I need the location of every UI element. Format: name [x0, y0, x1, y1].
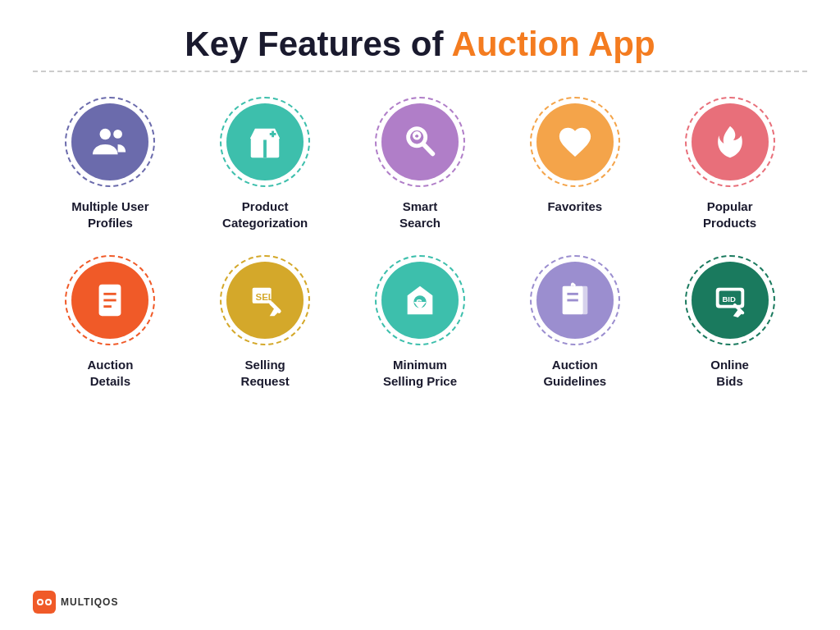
icon-circle-multiple-user-profiles [71, 103, 148, 180]
icon-wrapper-product-categorization [220, 97, 310, 187]
feature-multiple-user-profiles: Multiple User Profiles [40, 97, 180, 231]
icon-wrapper-favorites [530, 97, 620, 187]
icon-circle-minimum-selling-price: $ [381, 262, 459, 339]
icon-circle-auction-guidelines [536, 262, 614, 339]
divider [33, 71, 807, 72]
feature-auction-details: Auction Details [40, 255, 180, 389]
logo-area: MULTIQOS [33, 582, 118, 614]
icon-circle-auction-details [71, 262, 148, 339]
svg-text:BID: BID [722, 294, 736, 304]
feature-label-auction-guidelines: Auction Guidelines [543, 357, 606, 389]
icon-circle-product-categorization [226, 103, 304, 180]
icon-circle-online-bids: BID [692, 262, 769, 339]
icon-circle-favorites [536, 103, 614, 180]
feature-label-selling-request: Selling Request [241, 357, 290, 389]
feature-label-popular-products: Popular Products [703, 199, 756, 231]
feature-selling-request: SELL Selling Request [195, 255, 335, 389]
feature-online-bids: BID Online Bids [660, 255, 800, 389]
feature-row: Multiple User Profiles Product Categoriz… [33, 97, 807, 231]
icon-circle-smart-search [381, 103, 459, 180]
feature-label-smart-search: Smart Search [399, 199, 441, 231]
page-title: Key Features of Auction App [185, 25, 655, 64]
logo-text: MULTIQOS [61, 596, 118, 608]
svg-point-33 [47, 600, 50, 604]
feature-label-favorites: Favorites [547, 199, 602, 215]
svg-point-0 [100, 129, 111, 139]
svg-line-9 [423, 144, 432, 154]
svg-point-32 [39, 600, 42, 604]
svg-rect-29 [33, 591, 56, 614]
icon-wrapper-online-bids: BID [685, 255, 775, 345]
features-grid: Multiple User Profiles Product Categoriz… [33, 97, 807, 389]
feature-label-online-bids: Online Bids [710, 357, 749, 389]
icon-wrapper-auction-guidelines [530, 255, 620, 345]
icon-wrapper-popular-products [685, 97, 775, 187]
feature-auction-guidelines: Auction Guidelines [505, 255, 645, 389]
feature-minimum-selling-price: $ Minimum Selling Price [350, 255, 490, 389]
title-prefix: Key Features of [185, 25, 451, 63]
title-highlight: Auction App [452, 25, 655, 63]
svg-text:SELL: SELL [256, 292, 280, 302]
feature-row: Auction Details SELL Selling Request $ M… [33, 255, 807, 389]
svg-point-1 [114, 130, 123, 139]
svg-rect-22 [580, 286, 588, 315]
icon-wrapper-smart-search [375, 97, 465, 187]
feature-smart-search: Smart Search [350, 97, 490, 231]
feature-label-product-categorization: Product Categorization [222, 199, 308, 231]
logo-icon [33, 591, 56, 614]
icon-circle-selling-request: SELL [226, 262, 304, 339]
icon-circle-popular-products [692, 103, 769, 180]
feature-label-auction-details: Auction Details [87, 357, 133, 389]
icon-wrapper-multiple-user-profiles [65, 97, 155, 187]
feature-favorites: Favorites [505, 97, 645, 215]
icon-wrapper-auction-details [65, 255, 155, 345]
feature-label-minimum-selling-price: Minimum Selling Price [383, 357, 457, 389]
icon-wrapper-selling-request: SELL [220, 255, 310, 345]
icon-wrapper-minimum-selling-price: $ [375, 255, 465, 345]
feature-popular-products: Popular Products [660, 97, 800, 231]
feature-label-multiple-user-profiles: Multiple User Profiles [71, 199, 148, 231]
feature-product-categorization: Product Categorization [195, 97, 335, 231]
